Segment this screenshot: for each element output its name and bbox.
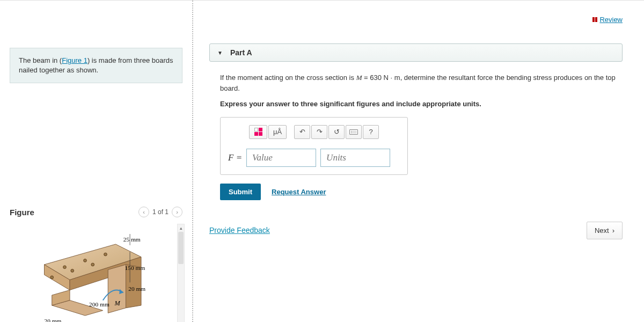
chevron-right-icon: › xyxy=(612,226,614,235)
svg-point-8 xyxy=(84,259,87,262)
submit-button[interactable]: Submit xyxy=(220,184,261,200)
figure-title: Figure xyxy=(10,208,34,217)
figure-nav: ‹ 1 of 1 › xyxy=(138,207,182,217)
answer-box: μÅ ↶ ↷ ↺ ? F = xyxy=(220,117,408,175)
answer-lhs: F = xyxy=(228,152,242,163)
beam-figure: 25 mm 150 mm 20 mm 200 mm 20 mm M xyxy=(10,224,171,322)
value-input[interactable] xyxy=(246,149,316,167)
figure-counter: 1 of 1 xyxy=(152,208,169,216)
next-button[interactable]: Next › xyxy=(587,222,623,239)
provide-feedback-link[interactable]: Provide Feedback xyxy=(209,226,270,235)
svg-point-11 xyxy=(71,269,74,273)
q-prefix: If the moment acting on the cross sectio… xyxy=(220,74,356,82)
q-eq: = 630 N · m xyxy=(362,74,400,82)
collapse-icon[interactable]: ▼ xyxy=(217,50,223,56)
redo-button[interactable]: ↷ xyxy=(311,125,327,139)
part-header[interactable]: ▼ Part A xyxy=(209,43,623,62)
dim-flange-bottom: 20 mm xyxy=(128,286,145,292)
figure-prev-button[interactable]: ‹ xyxy=(138,207,149,217)
template-button[interactable] xyxy=(249,125,267,139)
next-label: Next xyxy=(595,226,609,235)
flag-icon xyxy=(592,17,597,22)
question-text: If the moment acting on the cross sectio… xyxy=(220,72,623,109)
reset-button[interactable]: ↺ xyxy=(328,125,345,139)
scroll-up-icon[interactable]: ▴ xyxy=(178,224,184,232)
scroll-thumb[interactable] xyxy=(178,232,184,264)
dim-side-thickness: 20 mm xyxy=(45,318,62,322)
svg-point-7 xyxy=(63,266,67,269)
figure-link[interactable]: Figure 1 xyxy=(62,56,87,64)
problem-intro: The beam in (Figure 1) is made from thre… xyxy=(10,48,182,83)
part-title: Part A xyxy=(230,48,252,57)
units-input[interactable] xyxy=(320,149,390,167)
dim-top-thickness: 25 mm xyxy=(123,237,141,243)
svg-point-10 xyxy=(50,276,54,279)
review-link[interactable]: Review xyxy=(592,16,623,24)
svg-point-9 xyxy=(104,253,107,257)
request-answer-link[interactable]: Request Answer xyxy=(272,188,326,196)
figure-next-button[interactable]: › xyxy=(172,207,182,217)
q-instruction: Express your answer to three significant… xyxy=(220,99,623,109)
keyboard-icon xyxy=(349,129,358,135)
help-button[interactable]: ? xyxy=(363,125,379,139)
format-button[interactable]: μÅ xyxy=(268,125,287,139)
moment-label: M xyxy=(114,299,121,307)
keyboard-button[interactable] xyxy=(346,125,362,139)
review-label: Review xyxy=(599,16,623,24)
q-var: M xyxy=(356,74,362,82)
undo-button[interactable]: ↶ xyxy=(294,125,310,139)
figure-scrollbar[interactable]: ▴ ▾ xyxy=(177,224,185,322)
svg-point-12 xyxy=(91,264,94,267)
intro-text-prefix: The beam in ( xyxy=(19,56,62,64)
dim-width: 200 mm xyxy=(89,301,109,308)
toolbar: μÅ ↶ ↷ ↺ ? xyxy=(228,125,400,139)
dim-web-height: 150 mm xyxy=(125,265,145,271)
